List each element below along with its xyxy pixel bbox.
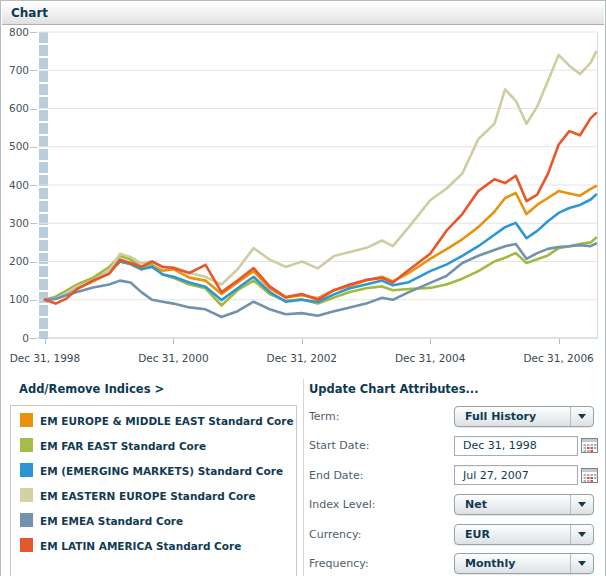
y-axis-tick — [30, 223, 37, 224]
page-title: Chart — [11, 6, 48, 20]
chevron-down-icon[interactable] — [570, 525, 593, 544]
y-axis-label: 800 — [1, 26, 29, 38]
calendar-icon[interactable] — [581, 438, 598, 453]
y-axis-label: 600 — [1, 102, 29, 114]
y-axis-tick — [30, 109, 37, 110]
index_level-dropdown[interactable]: Net — [454, 494, 594, 515]
series-line — [45, 113, 596, 304]
y-axis-tick — [30, 32, 37, 33]
series-line — [45, 238, 596, 306]
chevron-down-icon[interactable] — [570, 407, 593, 426]
y-axis-label: 100 — [1, 293, 29, 305]
chevron-down-icon[interactable] — [570, 554, 593, 573]
x-axis-label: Dec 31, 1998 — [0, 352, 95, 364]
x-axis-tick — [430, 339, 431, 344]
y-axis-label: 0 — [1, 332, 29, 344]
window-header: Chart — [2, 2, 604, 25]
index_level-value: Net — [455, 498, 570, 511]
y-axis-tick — [30, 185, 37, 186]
x-axis-tick — [45, 339, 46, 344]
legend-label: EM (EMERGING MARKETS) Standard Core — [40, 465, 283, 477]
legend-item: EM (EMERGING MARKETS) Standard Core — [11, 457, 296, 482]
legend-swatch — [20, 488, 33, 502]
term-label: Term: — [309, 410, 339, 423]
start_date-label: Start Date: — [309, 439, 369, 452]
legend-swatch — [20, 463, 33, 477]
x-axis-label: Dec 31, 2006 — [509, 352, 606, 364]
y-axis-tick — [30, 338, 37, 339]
legend-label: EM EUROPE & MIDDLE EAST Standard Core — [40, 415, 294, 427]
legend-item: EM LATIN AMERICA Standard Core — [11, 532, 296, 557]
term-dropdown[interactable]: Full History — [454, 406, 594, 427]
currency-label: Currency: — [309, 528, 361, 541]
end_date-input[interactable]: Jul 27, 2007 — [454, 465, 578, 485]
legend-box: EM EUROPE & MIDDLE EAST Standard CoreEM … — [10, 405, 297, 576]
legend-item: EM FAR EAST Standard Core — [11, 432, 296, 457]
x-axis-tick — [302, 339, 303, 344]
index_level-label: Index Level: — [309, 498, 376, 511]
add-remove-indices-link[interactable]: Add/Remove Indices > — [19, 382, 164, 396]
legend-swatch — [20, 413, 33, 427]
legend-swatch — [20, 438, 33, 452]
y-axis-label: 300 — [1, 217, 29, 229]
y-axis-tick — [30, 300, 37, 301]
update-attributes-title: Update Chart Attributes... — [309, 382, 479, 396]
line-chart-plot — [38, 31, 599, 340]
y-axis-tick — [30, 70, 37, 71]
y-axis-label: 700 — [1, 64, 29, 76]
x-axis-tick — [173, 339, 174, 344]
y-axis-tick — [30, 262, 37, 263]
currency-value: EUR — [455, 528, 570, 541]
currency-dropdown[interactable]: EUR — [454, 524, 594, 545]
y-axis-label: 500 — [1, 140, 29, 152]
calendar-icon[interactable] — [581, 468, 598, 483]
legend-swatch — [20, 538, 33, 552]
x-axis-label: Dec 31, 2004 — [380, 352, 480, 364]
frequency-label: Frequency: — [309, 557, 369, 570]
panel-divider — [303, 379, 304, 576]
frequency-dropdown[interactable]: Monthly — [454, 553, 594, 574]
y-axis-label: 200 — [1, 255, 29, 267]
start_date-input[interactable]: Dec 31, 1998 — [454, 436, 578, 456]
y-axis-tick — [30, 147, 37, 148]
frequency-value: Monthly — [455, 557, 570, 570]
legend-swatch — [20, 513, 33, 527]
y-axis-label: 400 — [1, 179, 29, 191]
term-value: Full History — [455, 410, 570, 423]
series-line — [45, 195, 596, 302]
legend-item: EM EASTERN EUROPE Standard Core — [11, 482, 296, 507]
legend-item: EM EUROPE & MIDDLE EAST Standard Core — [11, 407, 296, 432]
legend-label: EM EMEA Standard Core — [40, 515, 183, 527]
x-axis-label: Dec 31, 2000 — [123, 352, 223, 364]
chevron-down-icon[interactable] — [570, 495, 593, 514]
x-axis-label: Dec 31, 2002 — [252, 352, 352, 364]
end_date-label: End Date: — [309, 469, 363, 482]
legend-label: EM LATIN AMERICA Standard Core — [40, 540, 241, 552]
legend-item: EM EMEA Standard Core — [11, 507, 296, 532]
chart-window: Chart 8007006005004003002001000 Dec 31, … — [0, 0, 606, 576]
x-axis-tick — [559, 339, 560, 344]
legend-label: EM EASTERN EUROPE Standard Core — [40, 490, 256, 502]
legend-label: EM FAR EAST Standard Core — [40, 440, 206, 452]
